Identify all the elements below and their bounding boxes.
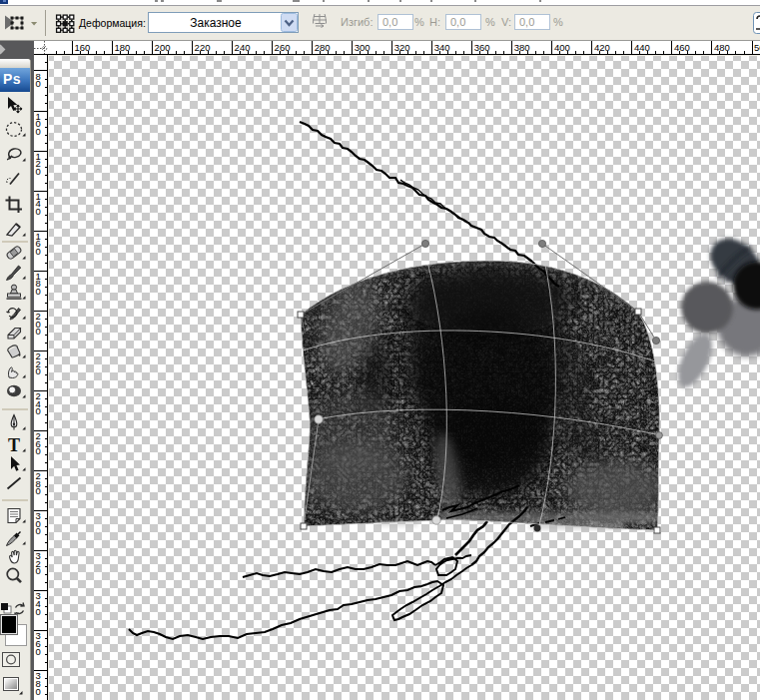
svg-text:260: 260	[275, 42, 291, 53]
svg-text:460: 460	[674, 42, 690, 53]
svg-text:220: 220	[195, 42, 211, 53]
svg-text:280: 280	[315, 42, 331, 53]
svg-text:0: 0	[36, 365, 41, 376]
svg-text:0: 0	[36, 78, 41, 89]
svg-text:H:: H:	[429, 16, 440, 28]
svg-text:Деформация:: Деформация:	[79, 17, 146, 29]
svg-text:Изгиб:: Изгиб:	[341, 16, 373, 28]
svg-text:420: 420	[594, 42, 610, 53]
svg-text:0: 0	[36, 606, 41, 617]
svg-text:0: 0	[36, 565, 41, 576]
svg-text:180: 180	[115, 42, 131, 53]
svg-text:0: 0	[36, 405, 41, 416]
svg-text:0: 0	[36, 646, 41, 657]
svg-text:0: 0	[36, 686, 41, 697]
svg-text:300: 300	[355, 42, 371, 53]
svg-text:0: 0	[36, 166, 41, 177]
svg-text:400: 400	[554, 42, 570, 53]
svg-text:0: 0	[36, 286, 41, 297]
svg-text:0,0: 0,0	[450, 16, 465, 28]
svg-text:480: 480	[714, 42, 730, 53]
svg-text:0: 0	[36, 525, 41, 536]
svg-text:Заказное: Заказное	[190, 16, 242, 30]
svg-text:T: T	[8, 435, 20, 455]
svg-text:340: 340	[434, 42, 450, 53]
svg-text:%: %	[485, 16, 495, 28]
svg-text:0: 0	[36, 126, 41, 137]
svg-text:0,0: 0,0	[519, 16, 534, 28]
svg-text:440: 440	[634, 42, 650, 53]
svg-text:0: 0	[36, 326, 41, 337]
svg-text:0,0: 0,0	[382, 16, 397, 28]
svg-text:240: 240	[235, 42, 251, 53]
svg-text:0: 0	[36, 206, 41, 217]
svg-text:0: 0	[36, 246, 41, 257]
svg-text:160: 160	[75, 42, 91, 53]
svg-text:500: 500	[754, 42, 760, 53]
svg-text:360: 360	[474, 42, 490, 53]
svg-text:0: 0	[36, 445, 41, 456]
svg-text:V:: V:	[501, 16, 511, 28]
svg-text:380: 380	[514, 42, 530, 53]
svg-text:%: %	[414, 16, 424, 28]
svg-text:200: 200	[155, 42, 171, 53]
svg-text:%: %	[553, 16, 563, 28]
svg-text:0: 0	[36, 485, 41, 496]
svg-text:320: 320	[394, 42, 410, 53]
